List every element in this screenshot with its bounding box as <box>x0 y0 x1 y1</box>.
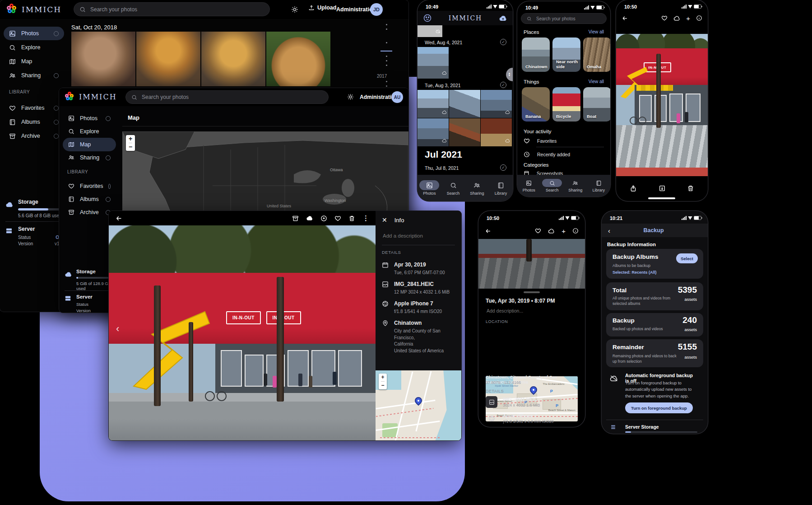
sidebar-item-sharing[interactable]: Sharing <box>4 69 64 82</box>
thing-thumb-bicycle[interactable]: Bicycle <box>552 87 580 122</box>
cloud-upload-icon[interactable] <box>673 16 680 21</box>
pedestrian <box>298 374 302 386</box>
search-input[interactable] <box>535 16 601 22</box>
zoom-in-button[interactable]: + <box>129 135 132 143</box>
sidebar-item-explore[interactable]: Explore <box>63 125 116 138</box>
search-bar[interactable] <box>74 2 270 16</box>
sidebar-item-archive[interactable]: Archive <box>4 129 64 143</box>
mini-map-zoom-control[interactable]: + − <box>379 374 387 389</box>
sidebar-item-map[interactable]: Map <box>63 138 116 151</box>
nav-sharing[interactable]: Sharing <box>467 180 487 196</box>
close-icon[interactable]: ✕ <box>382 216 387 224</box>
zoom-in-button[interactable]: + <box>381 374 384 382</box>
places-view-all[interactable]: View all <box>589 29 604 34</box>
search-bar[interactable] <box>125 90 329 104</box>
description-input[interactable] <box>382 233 454 239</box>
cloud-backup-icon[interactable] <box>306 215 313 221</box>
backup-cloud-avatar-icon[interactable] <box>499 15 507 22</box>
select-date-check[interactable]: ✓ <box>500 164 506 171</box>
photo-thumbnail[interactable] <box>449 118 480 146</box>
sidebar-item-favorites[interactable]: Favorites <box>4 101 64 115</box>
download-icon[interactable] <box>320 215 327 222</box>
sidebar-item-albums[interactable]: Albums <box>63 192 116 206</box>
activity-recently-added[interactable]: Recently added <box>524 151 570 158</box>
sidebar-item-map[interactable]: Map <box>4 55 64 68</box>
sidebar-item-archive[interactable]: Archive <box>63 206 116 219</box>
back-arrow-icon[interactable] <box>622 15 628 22</box>
activity-favorites[interactable]: Favorites <box>524 138 557 144</box>
nav-photos[interactable]: Photos <box>419 180 439 196</box>
sidebar-item-label: Favorites <box>21 105 44 111</box>
nav-library[interactable]: Library <box>589 179 608 192</box>
photo-thumbnail[interactable] <box>481 90 512 118</box>
sidebar-item-photos[interactable]: Photos <box>63 112 116 125</box>
favorite-heart-icon[interactable] <box>535 228 541 234</box>
nav-sharing[interactable]: Sharing <box>566 179 585 192</box>
user-avatar[interactable]: JD <box>370 3 383 16</box>
info-icon[interactable] <box>696 15 702 21</box>
add-plus-icon[interactable]: + <box>561 227 566 235</box>
photo-thumbnail-mushroom[interactable] <box>136 32 200 86</box>
map-zoom-control[interactable]: + − <box>126 135 135 151</box>
select-date-check[interactable]: ✓ <box>500 82 506 88</box>
timeline-scrubber-handle[interactable]: ▲▼ <box>506 68 513 81</box>
place-thumb-omaha[interactable]: Omaha <box>583 37 610 72</box>
description-input[interactable] <box>486 308 576 314</box>
photo-thumbnail-mushroom[interactable] <box>71 32 135 86</box>
photo-thumbnail[interactable] <box>418 25 442 37</box>
photo-thumbnail-basket[interactable] <box>266 32 330 86</box>
info-icon[interactable] <box>572 228 579 234</box>
theme-toggle-sun-icon[interactable] <box>291 6 298 13</box>
things-view-all[interactable]: View all <box>589 79 604 84</box>
zoom-out-button[interactable]: − <box>381 382 384 389</box>
photo-viewer[interactable]: IN-N-OUT IN-N-OUT <box>109 225 376 440</box>
photo-thumbnail-mushroom[interactable] <box>201 32 265 86</box>
sheet-drag-handle[interactable] <box>524 291 540 293</box>
select-albums-button[interactable]: Select <box>676 253 698 263</box>
photo-viewer[interactable]: IN-N-OUT <box>616 34 708 176</box>
back-arrow-icon[interactable] <box>485 228 492 234</box>
more-options-icon[interactable]: ⋮ <box>362 214 369 222</box>
cloud-upload-icon[interactable] <box>548 229 555 234</box>
nav-search[interactable]: Search <box>443 180 463 196</box>
search-input[interactable] <box>141 94 323 101</box>
delete-trash-icon[interactable] <box>687 185 694 192</box>
archive-icon[interactable] <box>659 185 666 192</box>
place-thumb-near-north-side[interactable]: Near north side <box>552 37 580 72</box>
favorite-heart-icon[interactable] <box>334 215 341 222</box>
nav-search[interactable]: Search <box>542 179 562 192</box>
search-input[interactable] <box>89 6 264 13</box>
user-avatar[interactable]: AU <box>391 91 403 103</box>
photo-thumbnail[interactable] <box>481 118 512 146</box>
delete-trash-icon[interactable] <box>348 215 355 222</box>
previous-photo-chevron[interactable]: ‹ <box>116 323 119 335</box>
thing-label: Boat <box>587 114 596 119</box>
add-plus-icon[interactable]: + <box>686 14 690 22</box>
search-bar[interactable] <box>521 13 607 24</box>
theme-toggle-sun-icon[interactable] <box>347 94 354 100</box>
sidebar-item-favorites[interactable]: Favorites <box>63 179 116 193</box>
photo-thumbnail[interactable] <box>449 90 480 118</box>
thing-thumb-boat[interactable]: Boat <box>583 87 610 122</box>
photo-thumbnail[interactable] <box>418 118 449 146</box>
nav-library[interactable]: Library <box>491 180 511 196</box>
zoom-out-button[interactable]: − <box>129 143 132 151</box>
archive-icon[interactable] <box>292 215 299 222</box>
upload-button[interactable]: Upload <box>308 5 336 11</box>
thing-thumb-banana[interactable]: Banana <box>522 87 550 122</box>
location-mini-map[interactable]: + − Leaflet | © OpenStreetMap <box>376 370 461 440</box>
photo-thumbnail[interactable] <box>418 90 449 118</box>
sidebar-item-sharing[interactable]: Sharing <box>63 151 116 164</box>
favorite-heart-icon[interactable] <box>661 15 668 21</box>
photo-thumbnail[interactable] <box>418 47 449 79</box>
select-date-check[interactable]: ✓ <box>500 39 506 45</box>
place-thumb-chinatown[interactable]: Chinatown <box>522 37 550 72</box>
turn-on-foreground-backup-button[interactable]: Turn on foreground backup <box>625 402 693 413</box>
photo-strip[interactable] <box>478 239 585 289</box>
sidebar-item-albums[interactable]: Albums <box>4 115 64 129</box>
back-arrow-icon[interactable] <box>115 215 123 222</box>
share-icon[interactable] <box>630 185 637 192</box>
sidebar-item-photos[interactable]: Photos <box>4 27 64 40</box>
sidebar-item-explore[interactable]: Explore <box>4 41 64 54</box>
nav-photos[interactable]: Photos <box>519 179 539 192</box>
